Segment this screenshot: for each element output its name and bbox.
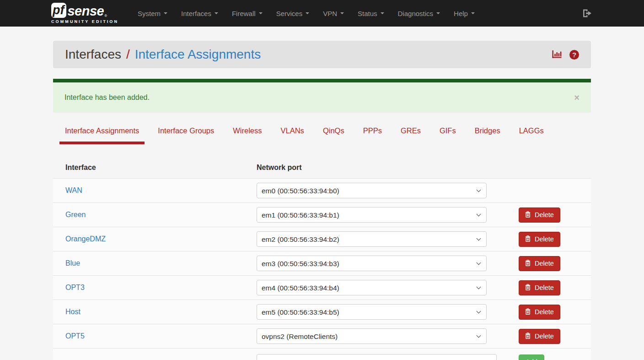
help-icon[interactable]: ?	[569, 50, 579, 60]
delete-button[interactable]: Delete	[519, 207, 560, 223]
navbar-item-label: Status	[358, 10, 377, 17]
success-alert: Interface has been added. ×	[53, 79, 591, 113]
trash-icon	[525, 284, 531, 292]
interface-link-orangedmz[interactable]: OrangeDMZ	[65, 235, 106, 243]
navbar-item-help[interactable]: Help	[454, 10, 475, 17]
caret-down-icon	[215, 12, 218, 14]
breadcrumb-page-title[interactable]: Interface Assignments	[135, 47, 261, 62]
network-port-cell: em4 (00:50:56:33:94:b4)	[257, 276, 503, 300]
trash-icon	[525, 211, 531, 219]
alert-close-icon[interactable]: ×	[574, 93, 580, 102]
caret-down-icon	[381, 12, 384, 14]
delete-button-label: Delete	[535, 260, 554, 267]
navbar-item-interfaces[interactable]: Interfaces	[181, 10, 218, 17]
pfsense-logo[interactable]: pfsense® COMMUNITY EDITION	[51, 3, 118, 24]
delete-button-label: Delete	[535, 308, 554, 316]
tab-qinqs[interactable]: QinQs	[317, 126, 350, 144]
tab-label: PPPs	[358, 126, 387, 142]
navbar-item-system[interactable]: System	[138, 10, 167, 17]
network-port-cell: em5 (00:50:56:33:94:b5)	[257, 300, 503, 324]
interface-cell: WAN	[53, 179, 257, 203]
interface-link-opt5[interactable]: OPT5	[65, 332, 85, 340]
interface-link-blue[interactable]: Blue	[65, 259, 80, 267]
available-port-cell	[257, 349, 503, 360]
navbar-item-label: Firewall	[232, 10, 256, 17]
table-row: Greenem1 (00:50:56:33:94:b1)Delete	[53, 203, 591, 227]
top-navbar: pfsense® COMMUNITY EDITION SystemInterfa…	[0, 0, 644, 27]
delete-button-label: Delete	[535, 211, 554, 218]
column-header-interface: Interface	[53, 144, 257, 179]
tab-gifs[interactable]: GIFs	[434, 126, 462, 144]
tab-label: QinQs	[317, 126, 350, 142]
interface-cell: Green	[53, 203, 257, 227]
interface-cell	[53, 349, 257, 360]
network-port-select[interactable]: ovpns2 (RemoteClients)	[257, 328, 487, 344]
table-row: Blueem3 (00:50:56:33:94:b3)Delete	[53, 251, 591, 276]
network-port-cell: ovpns2 (RemoteClients)	[257, 324, 503, 349]
tab-interface-assignments[interactable]: Interface Assignments	[59, 126, 145, 144]
network-port-select[interactable]: em4 (00:50:56:33:94:b4)	[257, 280, 487, 295]
tab-laggs[interactable]: LAGGs	[514, 126, 549, 144]
interface-cell: OrangeDMZ	[53, 227, 257, 251]
sign-out-icon[interactable]	[582, 8, 593, 18]
tab-bridges[interactable]: Bridges	[469, 126, 506, 144]
network-port-select[interactable]: em0 (00:50:56:33:94:b0)	[257, 183, 487, 198]
navbar-item-diagnostics[interactable]: Diagnostics	[398, 10, 440, 17]
interface-link-host[interactable]: Host	[65, 308, 80, 316]
delete-button[interactable]: Delete	[519, 232, 560, 247]
network-port-select[interactable]: em5 (00:50:56:33:94:b5)	[257, 304, 487, 320]
navbar-item-label: Interfaces	[181, 10, 211, 17]
column-header-actions	[503, 144, 591, 179]
interface-assignments-table: Interface Network port WANem0 (00:50:56:…	[53, 144, 591, 360]
actions-cell: Add	[503, 349, 591, 360]
tab-label: Interface Assignments	[59, 126, 145, 144]
tab-interface-groups[interactable]: Interface Groups	[152, 126, 220, 144]
navbar-item-status[interactable]: Status	[358, 10, 384, 17]
interface-link-opt3[interactable]: OPT3	[65, 284, 85, 291]
tab-label: Bridges	[469, 126, 506, 142]
logo-subtitle: COMMUNITY EDITION	[51, 19, 118, 24]
tab-wireless[interactable]: Wireless	[227, 126, 267, 144]
delete-button[interactable]: Delete	[519, 280, 560, 295]
network-port-select[interactable]	[257, 354, 497, 360]
interfaces-tab-bar: Interface AssignmentsInterface GroupsWir…	[53, 126, 591, 144]
network-port-select[interactable]: em2 (00:50:56:33:94:b2)	[257, 231, 487, 247]
tab-label: GIFs	[434, 126, 462, 142]
network-port-cell: em1 (00:50:56:33:94:b1)	[257, 203, 503, 227]
navbar-item-label: Diagnostics	[398, 10, 434, 17]
trash-icon	[525, 333, 531, 340]
tab-label: Wireless	[227, 126, 267, 142]
tab-vlans[interactable]: VLANs	[275, 126, 310, 144]
actions-cell: Delete	[503, 276, 591, 300]
available-ports-row: Add	[53, 349, 591, 360]
delete-button[interactable]: Delete	[519, 256, 560, 271]
delete-button[interactable]: Delete	[519, 305, 560, 320]
actions-cell: Delete	[503, 324, 591, 349]
network-port-select[interactable]: em1 (00:50:56:33:94:b1)	[257, 207, 487, 223]
navbar-item-label: System	[138, 10, 161, 17]
alert-message: Interface has been added.	[64, 93, 150, 102]
delete-button[interactable]: Delete	[519, 329, 560, 344]
tab-gres[interactable]: GREs	[395, 126, 426, 144]
navbar-item-services[interactable]: Services	[276, 10, 310, 17]
interface-link-green[interactable]: Green	[65, 211, 86, 218]
navbar-item-label: VPN	[323, 10, 337, 17]
delete-button-label: Delete	[535, 333, 554, 340]
add-button[interactable]: Add	[519, 355, 544, 360]
interface-cell: Blue	[53, 251, 257, 276]
page-title-panel: Interfaces / Interface Assignments ?	[53, 41, 591, 68]
actions-cell	[503, 179, 591, 203]
delete-button-label: Delete	[535, 235, 554, 243]
tab-label: LAGGs	[514, 126, 549, 142]
interface-link-wan[interactable]: WAN	[65, 186, 82, 194]
status-monitoring-icon[interactable]	[552, 49, 562, 60]
actions-cell: Delete	[503, 203, 591, 227]
interface-cell: OPT5	[53, 324, 257, 349]
caret-down-icon	[164, 12, 167, 14]
table-row: OPT3em4 (00:50:56:33:94:b4)Delete	[53, 276, 591, 300]
actions-cell: Delete	[503, 300, 591, 324]
network-port-select[interactable]: em3 (00:50:56:33:94:b3)	[257, 256, 487, 271]
navbar-item-firewall[interactable]: Firewall	[232, 10, 263, 17]
tab-ppps[interactable]: PPPs	[358, 126, 387, 144]
navbar-item-vpn[interactable]: VPN	[323, 10, 344, 17]
